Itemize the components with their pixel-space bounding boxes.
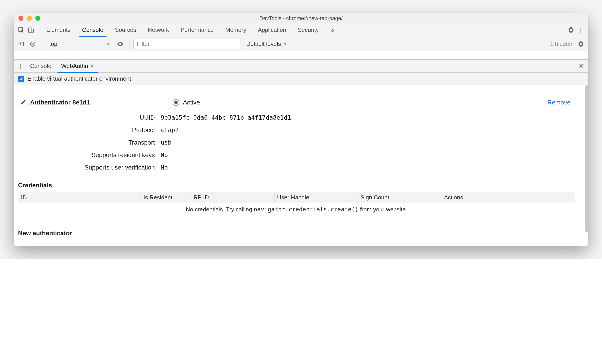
svg-point-5: [580, 32, 581, 32]
main-toolbar: Elements Console Sources Network Perform…: [14, 23, 588, 37]
protocol-value: ctap2: [161, 127, 584, 133]
tab-console[interactable]: Console: [76, 23, 109, 37]
empty-suffix: from your website.: [358, 206, 407, 213]
console-toolbar: top ▼ Default levels ▼ 1 hidden: [14, 37, 588, 51]
tab-security[interactable]: Security: [292, 23, 325, 37]
tab-network[interactable]: Network: [142, 23, 175, 37]
col-rpid: RP ID: [191, 192, 274, 203]
context-label: top: [49, 41, 57, 47]
remove-authenticator-link[interactable]: Remove: [548, 99, 570, 106]
window-title: DevTools - chrome://new-tab-page/: [14, 15, 588, 21]
col-actions: Actions: [441, 192, 575, 203]
authenticator-header: Authenticator 8e1d1 Active Remove: [18, 85, 584, 114]
active-label: Active: [183, 99, 200, 106]
drawer-tab-label: WebAuthn: [61, 63, 88, 70]
enable-virtual-auth-row: Enable virtual authenticator environment: [14, 73, 588, 85]
svg-line-8: [32, 43, 34, 45]
active-radio[interactable]: [173, 99, 179, 106]
empty-code: navigator.credentials.create(): [254, 206, 358, 213]
close-window-button[interactable]: [19, 16, 23, 21]
tabs-overflow-icon[interactable]: »: [324, 23, 340, 37]
userverify-value: No: [161, 164, 584, 171]
col-userhandle: User Handle: [274, 192, 358, 203]
settings-gear-icon[interactable]: [566, 25, 576, 35]
clear-console-icon[interactable]: [28, 39, 38, 49]
webauthn-content: Authenticator 8e1d1 Active Remove UUID 9…: [14, 85, 588, 237]
uuid-label: UUID: [18, 114, 161, 121]
levels-label: Default levels: [246, 41, 281, 47]
empty-prefix: No credentials. Try calling: [186, 206, 254, 213]
sidebar-toggle-icon[interactable]: [16, 39, 26, 49]
minimize-window-button[interactable]: [27, 16, 32, 21]
console-settings-gear-icon[interactable]: [576, 39, 586, 49]
tab-elements[interactable]: Elements: [41, 23, 76, 37]
scrollbar-track[interactable]: [584, 85, 588, 237]
svg-point-11: [20, 67, 22, 69]
empty-credentials-cell: No credentials. Try calling navigator.cr…: [18, 203, 575, 216]
col-id: ID: [18, 192, 141, 203]
transport-label: Transport: [18, 139, 161, 146]
filter-input[interactable]: [133, 39, 240, 49]
svg-point-9: [20, 64, 22, 64]
log-levels-selector[interactable]: Default levels ▼: [242, 41, 291, 47]
inspect-element-icon[interactable]: [16, 25, 26, 35]
chevron-down-icon: ▼: [106, 42, 110, 46]
drawer-close-icon[interactable]: ✕: [577, 61, 586, 71]
svg-rect-2: [31, 29, 33, 32]
svg-point-4: [580, 29, 581, 31]
drawer-kebab-icon[interactable]: [16, 61, 25, 71]
drawer-tab-label: Console: [30, 63, 51, 70]
separator: [129, 40, 129, 48]
transport-value: usb: [161, 139, 584, 146]
context-selector[interactable]: top ▼: [46, 39, 114, 49]
enable-virtual-auth-label: Enable virtual authenticator environment: [27, 75, 131, 82]
main-tabs: Elements Console Sources Network Perform…: [41, 23, 340, 37]
active-radio-group: Active: [173, 99, 200, 106]
tab-memory[interactable]: Memory: [219, 23, 252, 37]
col-signcount: Sign Count: [358, 192, 441, 203]
table-row: No credentials. Try calling navigator.cr…: [18, 203, 575, 216]
devtools-window: DevTools - chrome://new-tab-page/ Elemen…: [14, 13, 588, 246]
resident-label: Supports resident keys: [18, 151, 161, 159]
zoom-window-button[interactable]: [35, 16, 40, 21]
separator: [38, 26, 38, 34]
scrollbar-thumb[interactable]: [585, 85, 588, 232]
credentials-table: ID Is Resident RP ID User Handle Sign Co…: [18, 192, 575, 216]
console-body-strip: [14, 51, 588, 60]
userverify-label: Supports user verification: [18, 164, 161, 171]
protocol-label: Protocol: [18, 127, 161, 134]
separator: [546, 40, 546, 48]
edit-authenticator-name-icon[interactable]: [18, 99, 28, 106]
authenticator-properties: UUID 9e3a15fc-0da0-44bc-871b-a4f17da8e1d…: [18, 114, 584, 180]
close-tab-icon[interactable]: ✕: [90, 63, 94, 69]
credentials-heading: Credentials: [18, 182, 584, 189]
enable-virtual-auth-checkbox[interactable]: [18, 76, 24, 82]
kebab-menu-icon[interactable]: [576, 25, 586, 35]
drawer-tab-webauthn[interactable]: WebAuthn ✕: [56, 60, 99, 72]
drawer-tabbar: Console WebAuthn ✕ ✕: [14, 60, 588, 73]
drawer-tab-console[interactable]: Console: [25, 60, 56, 72]
tab-sources[interactable]: Sources: [109, 23, 142, 37]
chevron-down-icon: ▼: [283, 42, 287, 46]
svg-point-10: [20, 65, 22, 67]
svg-point-3: [580, 27, 581, 29]
uuid-value: 9e3a15fc-0da0-44bc-871b-a4f17da8e1d1: [161, 114, 584, 121]
window-titlebar: DevTools - chrome://new-tab-page/: [14, 13, 588, 23]
resident-value: No: [161, 151, 584, 158]
tab-application[interactable]: Application: [252, 23, 292, 37]
traffic-lights: [14, 16, 40, 21]
live-expression-eye-icon[interactable]: [115, 39, 125, 49]
new-authenticator-heading: New authenticator: [18, 230, 584, 237]
hidden-count: 1 hidden: [550, 41, 574, 47]
authenticator-name: Authenticator 8e1d1: [30, 99, 173, 106]
device-toolbar-icon[interactable]: [26, 25, 36, 35]
tab-performance[interactable]: Performance: [175, 23, 220, 37]
col-resident: Is Resident: [140, 192, 191, 203]
table-header-row: ID Is Resident RP ID User Handle Sign Co…: [18, 192, 575, 203]
